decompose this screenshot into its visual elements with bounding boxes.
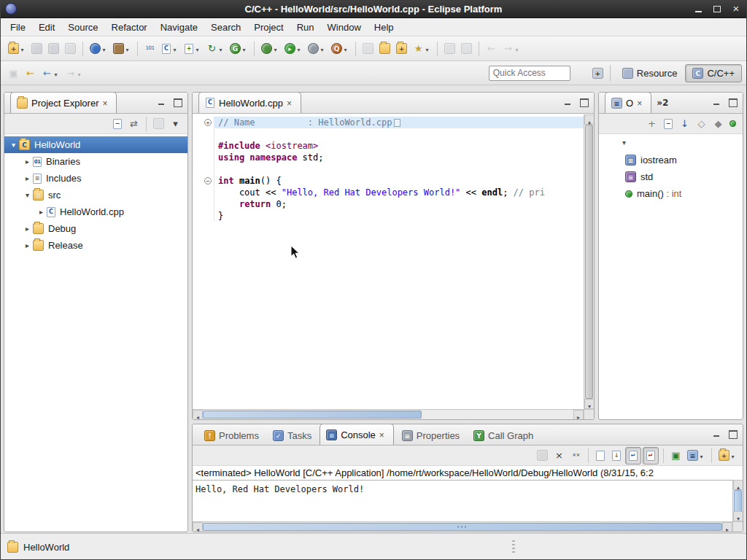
build-all-button[interactable] — [111, 40, 133, 58]
maximize-view-button[interactable] — [172, 96, 184, 108]
tree-item-debug[interactable]: Debug — [4, 220, 187, 237]
tab-tasks[interactable]: ✓Tasks — [267, 426, 317, 445]
maximize-view-button[interactable] — [727, 96, 739, 108]
scrollbar-thumb[interactable] — [203, 411, 422, 419]
editor-horizontal-scrollbar[interactable] — [193, 409, 584, 419]
scrollbar-up-button[interactable] — [733, 480, 743, 490]
menu-project[interactable]: Project — [247, 20, 290, 35]
menu-window[interactable]: Window — [321, 20, 368, 35]
tab-properties[interactable]: ≡Properties — [396, 426, 465, 445]
dropdown-arrow-icon[interactable] — [194, 43, 201, 54]
scrollbar-right-button[interactable] — [722, 522, 732, 532]
perspective-resource[interactable]: Resource — [616, 64, 684, 82]
tree-item-helloworld-cpp[interactable]: CHelloWorld.cpp — [4, 203, 187, 220]
tree-item-src[interactable]: ▫src — [4, 187, 187, 203]
tab-console[interactable]: ≡Console — [320, 424, 394, 445]
view-menu-button[interactable]: ▾ — [168, 115, 183, 133]
open-resource-button[interactable]: + — [394, 40, 409, 58]
minimize-view-button[interactable] — [155, 96, 167, 108]
dropdown-arrow-icon[interactable] — [19, 43, 26, 54]
open-perspective-button[interactable]: + — [590, 64, 605, 82]
coverage-button[interactable]: G — [228, 40, 249, 58]
minimize-editor-button[interactable] — [562, 96, 573, 108]
tree-item-helloworld[interactable]: CHelloWorld — [4, 136, 187, 153]
expand-all-button[interactable]: + — [644, 115, 659, 133]
collapse-arrow-icon[interactable] — [23, 187, 32, 203]
outline-item-iostream[interactable]: ≡iostream — [599, 152, 743, 168]
hide-static-members-button[interactable]: ◆ — [711, 115, 726, 133]
run-coverage-button[interactable]: Q — [329, 40, 351, 58]
expand-arrow-icon[interactable] — [23, 153, 32, 170]
menu-help[interactable]: Help — [368, 20, 400, 35]
new-wizard-button[interactable]: + — [6, 40, 28, 58]
tab-outline[interactable]: ≡ O — [605, 92, 651, 113]
dropdown-arrow-icon[interactable] — [272, 43, 279, 54]
dropdown-arrow-icon[interactable] — [319, 43, 325, 54]
remove-launch-button[interactable]: × — [551, 447, 567, 464]
show-console-stderr-button[interactable]: ↵ — [643, 447, 659, 464]
scrollbar-thumb[interactable] — [203, 523, 722, 531]
menu-edit[interactable]: Edit — [32, 20, 61, 35]
outline-item-main[interactable]: main() : int — [599, 185, 743, 202]
collapse-all-button[interactable]: − — [110, 115, 125, 133]
menu-refactor[interactable]: Refactor — [105, 20, 154, 35]
collapse-arrow-icon[interactable] — [9, 136, 18, 153]
view-menu-icon[interactable] — [622, 136, 626, 147]
code-editor[interactable]: // Name : HelloWorld.cpp#include <iostre… — [193, 114, 584, 409]
dropdown-arrow-icon[interactable] — [698, 450, 705, 461]
scrollbar-down-button[interactable] — [733, 511, 743, 521]
expand-arrow-icon[interactable] — [23, 220, 32, 237]
dropdown-arrow-icon[interactable] — [171, 43, 178, 54]
console-vertical-scrollbar[interactable] — [732, 480, 743, 521]
tree-item-includes[interactable]: ≡Includes — [4, 170, 187, 187]
scrollbar-up-button[interactable] — [584, 114, 595, 125]
dropdown-arrow-icon[interactable] — [342, 43, 349, 54]
window-maximize-button[interactable] — [711, 2, 724, 15]
new-source-file-button[interactable]: + — [182, 40, 203, 58]
last-edit-location-button[interactable]: ← — [23, 64, 38, 82]
perspective-c-c[interactable]: CC/C++ — [685, 64, 742, 82]
menu-file[interactable]: File — [4, 20, 32, 35]
close-icon[interactable] — [379, 429, 387, 440]
maximize-editor-button[interactable] — [578, 96, 590, 108]
view-switcher-chevron[interactable]: »2 — [657, 98, 668, 108]
resize-grip[interactable] — [512, 540, 515, 553]
console-horizontal-scrollbar[interactable] — [193, 521, 732, 532]
dropdown-arrow-icon[interactable] — [53, 68, 59, 79]
dropdown-arrow-icon[interactable] — [217, 43, 224, 54]
dropdown-arrow-icon[interactable] — [729, 450, 736, 461]
dropdown-arrow-icon[interactable] — [124, 43, 131, 54]
scrollbar-down-button[interactable] — [584, 399, 595, 409]
maximize-view-button[interactable] — [727, 428, 739, 440]
open-console-button[interactable]: + — [716, 447, 738, 464]
hide-non-public-members-button[interactable] — [727, 115, 738, 133]
run-button[interactable]: ▸ — [282, 40, 304, 58]
dropdown-arrow-icon[interactable] — [424, 43, 430, 54]
expand-arrow-icon[interactable] — [23, 170, 32, 187]
window-close-button[interactable] — [729, 2, 743, 15]
scrollbar-thumb[interactable] — [585, 125, 593, 399]
binary-files-button[interactable]: 101 — [142, 40, 158, 58]
debug-configurations-button[interactable] — [88, 40, 109, 58]
scrollbar-right-button[interactable] — [573, 410, 584, 420]
expand-arrow-icon[interactable] — [23, 237, 32, 254]
close-icon[interactable] — [637, 98, 645, 109]
new-cpp-class-button[interactable]: C — [159, 40, 180, 58]
remove-all-launches-button[interactable]: ×× — [568, 447, 584, 464]
tree-item-release[interactable]: Release — [4, 237, 187, 254]
display-selected-console-button[interactable]: ≡ — [685, 447, 707, 464]
clear-console-button[interactable] — [593, 447, 608, 464]
editor-vertical-scrollbar[interactable] — [584, 114, 594, 409]
tab-helloworld-cpp[interactable]: C HelloWorld.cpp — [198, 92, 301, 113]
collapse-all-button[interactable]: − — [661, 115, 676, 133]
link-with-editor-button[interactable]: ⇄ — [126, 115, 142, 133]
open-task-button[interactable] — [377, 40, 392, 58]
outline-item-std[interactable]: ≡std — [599, 168, 743, 185]
dropdown-arrow-icon[interactable] — [241, 43, 247, 54]
scroll-lock-button[interactable]: ↓ — [609, 447, 624, 464]
profile-button[interactable] — [306, 40, 328, 58]
tab-call-graph[interactable]: YCall Graph — [468, 426, 539, 445]
dropdown-arrow-icon[interactable] — [514, 43, 520, 54]
fold-expand-icon[interactable] — [204, 119, 212, 126]
debug-button[interactable] — [259, 40, 281, 58]
